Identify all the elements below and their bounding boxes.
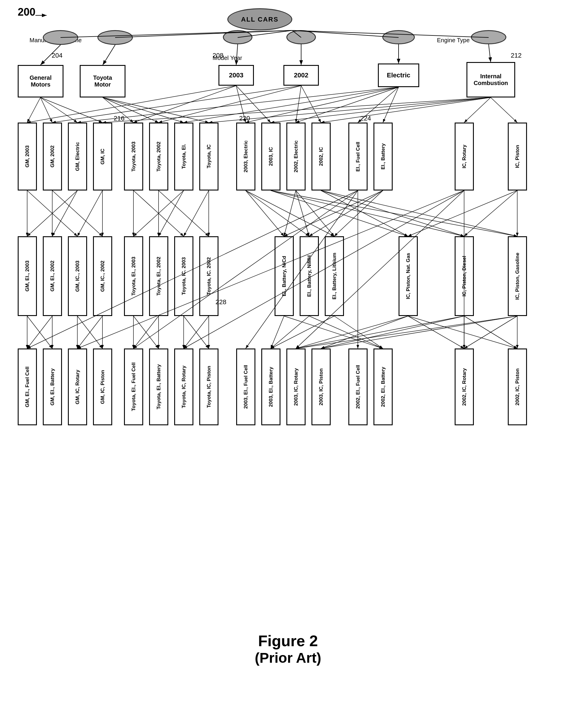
svg-line-92 <box>271 316 284 348</box>
svg-line-47 <box>52 191 77 236</box>
figure-title: Figure 2 <box>0 632 576 650</box>
svg-line-38 <box>271 97 491 122</box>
box-v-2002ic: 2002, IC <box>312 122 331 191</box>
svg-line-103 <box>321 316 464 348</box>
svg-line-27 <box>159 86 301 122</box>
ref-224: 224 <box>360 115 371 122</box>
box-v-gmic: GM, IC <box>93 122 112 191</box>
svg-line-43 <box>27 191 77 236</box>
svg-line-54 <box>134 191 184 236</box>
box-v-icpistongasoline: IC, Piston, Gasoline <box>508 236 527 316</box>
svg-line-17 <box>40 97 103 122</box>
box-v-2003elfuelcell: 2003, El., Fuel Cell <box>236 348 255 425</box>
box-v-elbattery: El., Battery <box>373 122 393 191</box>
svg-line-101 <box>408 316 517 348</box>
ref-220: 220 <box>239 115 250 122</box>
box-v-2002elbattery: 2002, El., Battery <box>373 348 393 425</box>
svg-line-15 <box>40 97 52 122</box>
oval-manufacturer-2 <box>97 30 133 45</box>
box-general-motors: GeneralMotors <box>18 65 63 97</box>
svg-line-9 <box>103 45 115 65</box>
svg-line-55 <box>159 191 184 236</box>
box-v-elbatterynimh: El., Battery, NiMH <box>300 236 319 316</box>
svg-line-63 <box>271 191 517 236</box>
oval-engine-2 <box>471 30 506 44</box>
svg-line-33 <box>296 87 399 122</box>
figure-subtitle: (Prior Art) <box>0 650 576 666</box>
diagram-container: 200 ALL CARS Manufacturer Name Engine Ty… <box>0 0 576 620</box>
box-v-2002icpiston: 2002, IC, Piston <box>508 348 527 425</box>
svg-line-82 <box>77 316 103 348</box>
ref-216: 216 <box>114 115 124 122</box>
box-v-icpistonnatgas: IC, Piston, Nat. Gas <box>399 236 418 316</box>
svg-line-107 <box>321 316 517 348</box>
svg-line-35 <box>383 87 399 122</box>
svg-line-77 <box>27 316 52 348</box>
ref-208: 208 <box>212 52 224 59</box>
svg-line-98 <box>296 316 408 348</box>
box-v-2003elbattery: 2003, El., Battery <box>261 348 281 425</box>
box-electric: Electric <box>378 63 419 87</box>
svg-line-100 <box>408 316 464 348</box>
svg-line-90 <box>184 316 209 348</box>
figure-caption: Figure 2 (Prior Art) <box>0 626 576 666</box>
box-v-toyotaelbattery: Toyota, El., Battery <box>149 348 168 425</box>
svg-line-32 <box>246 87 399 122</box>
svg-line-40 <box>464 97 491 122</box>
box-v-icpiston: IC, Piston <box>508 122 527 191</box>
svg-line-95 <box>309 316 383 348</box>
box-v-2003electric: 2003, Electric <box>236 122 255 191</box>
box-v-gmicrotary: GM, IC, Rotary <box>68 348 87 425</box>
box-v-toyotaelfuelcell: Toyota, El., Fuel Cell <box>124 348 143 425</box>
svg-line-37 <box>209 97 491 122</box>
svg-line-61 <box>271 191 408 236</box>
box-v-icrotary: IC, Rotary <box>455 122 474 191</box>
svg-line-116 <box>296 191 464 348</box>
box-v-gmel2002: GM, El., 2002 <box>43 236 62 316</box>
oval-engine-1 <box>382 30 415 44</box>
box-internal-combustion: InternalCombustion <box>466 62 515 97</box>
svg-line-60 <box>246 191 334 236</box>
svg-line-19 <box>103 97 159 122</box>
svg-line-41 <box>491 97 517 122</box>
svg-line-16 <box>40 97 77 122</box>
ref-212: 212 <box>511 52 522 59</box>
svg-line-106 <box>296 316 517 348</box>
svg-line-108 <box>464 316 517 348</box>
box-v-elfuelcell: El., Fuel Cell <box>348 122 368 191</box>
svg-line-29 <box>301 86 321 122</box>
box-v-2003ic: 2003, IC <box>261 122 281 191</box>
svg-line-28 <box>296 86 301 122</box>
svg-line-71 <box>309 191 383 236</box>
engine-label: Engine Type <box>437 37 470 44</box>
box-v-toyotaicrotary: Toyota, IC, Rotary <box>174 348 193 425</box>
svg-line-89 <box>184 316 209 348</box>
svg-line-74 <box>464 191 517 236</box>
box-2003: 2003 <box>219 65 254 86</box>
box-v-elbatterynicd: El., Battery, NiCd <box>275 236 294 316</box>
box-v-gmelfuelcell: GM, El., Fuel Cell <box>18 348 37 425</box>
svg-line-66 <box>296 191 334 236</box>
svg-line-97 <box>334 316 383 348</box>
svg-line-30 <box>77 87 399 122</box>
box-v-2002icrotary: 2002, IC, Rotary <box>455 348 474 425</box>
svg-line-3 <box>115 30 292 37</box>
box-v-gmelectric: GM, Electric <box>68 122 87 191</box>
svg-line-78 <box>27 316 52 348</box>
oval-modelyear-2 <box>286 30 316 44</box>
diagram-number: 200 <box>18 6 35 18</box>
svg-line-58 <box>246 191 284 236</box>
top-node-label: ALL CARS <box>241 16 279 23</box>
svg-line-65 <box>296 191 309 236</box>
box-v-gmic2003: GM, IC., 2003 <box>68 236 87 316</box>
svg-line-93 <box>284 316 383 348</box>
svg-line-2 <box>60 30 292 37</box>
svg-line-59 <box>246 191 309 236</box>
box-v-toyotaic2003: Toyota, IC. 2003 <box>174 236 193 316</box>
svg-line-46 <box>27 191 77 236</box>
svg-line-72 <box>334 191 383 236</box>
svg-line-36 <box>103 97 491 122</box>
box-v-2003icpiston: 2003, IC, Piston <box>312 348 331 425</box>
box-v-gm2003: GM, 2003 <box>18 122 37 191</box>
svg-line-23 <box>134 86 236 122</box>
